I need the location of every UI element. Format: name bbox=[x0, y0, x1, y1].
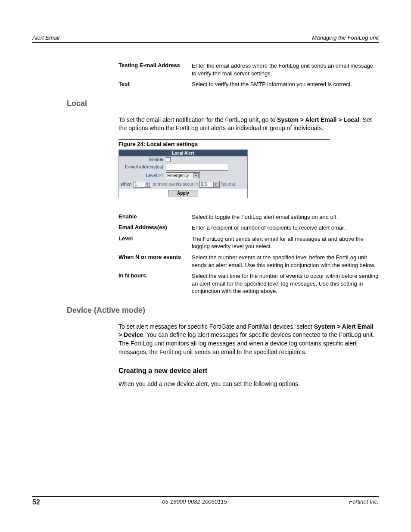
def-term: When N or more events bbox=[118, 254, 192, 269]
ss-title: Local Alert bbox=[119, 150, 247, 156]
level-select[interactable]: Emergency ▼ bbox=[166, 172, 200, 179]
when-value: 1 bbox=[135, 182, 143, 187]
hours-select[interactable]: 0.5 ▼ bbox=[199, 181, 220, 188]
def-term: Level bbox=[118, 235, 192, 250]
def-row: Enable Select to toggle the FortiLog ale… bbox=[118, 213, 379, 221]
ss-email-label: E-mail address(es) bbox=[121, 165, 166, 169]
ss-events-text: or more events occur in bbox=[153, 182, 198, 187]
subsection-heading-create: Creating a new device alert bbox=[118, 367, 379, 375]
email-input[interactable] bbox=[166, 164, 228, 171]
def-desc: Select to verify that the SMTP informati… bbox=[192, 81, 379, 88]
def-desc: Select the wait time for the number of e… bbox=[192, 272, 379, 295]
def-desc: The FortiLog unit sends alert email for … bbox=[192, 235, 379, 250]
ss-hours-label: hour(s) bbox=[221, 182, 235, 187]
def-row: In N hours Select the wait time for the … bbox=[118, 272, 379, 295]
footer-docid: 05-16000-0082-20050115 bbox=[162, 498, 227, 506]
ss-when-row: when 1 ▼ or more events occur in 0.5 ▼ h… bbox=[119, 180, 247, 189]
paragraph-create: When you add a new device alert, you can… bbox=[118, 380, 379, 389]
figure-caption: Figure 24: Local alert settings bbox=[118, 139, 330, 147]
ss-level-label: Level >= bbox=[121, 173, 166, 178]
ss-apply-row: Apply bbox=[119, 189, 247, 198]
header-right: Managing the FortiLog unit bbox=[312, 34, 379, 41]
when-select[interactable]: 1 ▼ bbox=[134, 181, 151, 188]
def-desc: Enter the email address where the FortiL… bbox=[192, 62, 379, 77]
def-desc: Select the number events at the specifie… bbox=[192, 254, 379, 269]
content-area: Testing E-mail Address Enter the email a… bbox=[67, 62, 379, 389]
apply-button[interactable]: Apply bbox=[168, 190, 198, 196]
header-left: Alert Email bbox=[32, 34, 59, 41]
def-row: Test Select to verify that the SMTP info… bbox=[118, 81, 379, 88]
section-heading-local: Local bbox=[67, 99, 379, 108]
def-row: Email Address(es) Enter a recipient or n… bbox=[118, 224, 379, 232]
footer-company: Fortinet Inc. bbox=[349, 498, 379, 506]
ss-level-row: Level >= Emergency ▼ bbox=[119, 171, 247, 180]
page-header: Alert Email Managing the FortiLog unit bbox=[32, 34, 379, 43]
def-term: In N hours bbox=[118, 272, 192, 295]
para-text: To set the email alert notification for … bbox=[118, 116, 277, 123]
page-number: 52 bbox=[32, 498, 40, 506]
ss-when-label: when bbox=[121, 182, 132, 187]
def-term: Test bbox=[118, 81, 192, 88]
def-row: Level The FortiLog unit sends alert emai… bbox=[118, 235, 379, 250]
ss-email-row: E-mail address(es) bbox=[119, 163, 247, 171]
def-term: Enable bbox=[118, 213, 192, 221]
local-alert-screenshot: Local Alert Enable E-mail address(es) Le… bbox=[118, 149, 248, 198]
chevron-down-icon: ▼ bbox=[193, 173, 199, 178]
para-text: . You can define log alert messages for … bbox=[118, 331, 374, 355]
def-desc: Enter a recipient or number of recipient… bbox=[192, 224, 379, 232]
paragraph-local: To set the email alert notification for … bbox=[118, 116, 379, 133]
ss-enable-label: Enable bbox=[121, 157, 166, 162]
def-row: When N or more events Select the number … bbox=[118, 254, 379, 269]
chevron-down-icon: ▼ bbox=[145, 182, 150, 187]
para-bold: System > Alert Email > Local bbox=[277, 116, 359, 123]
enable-checkbox[interactable] bbox=[166, 157, 171, 162]
section-heading-device: Device (Active mode) bbox=[67, 306, 379, 315]
def-desc: Select to toggle the FortiLog alert emai… bbox=[192, 213, 379, 221]
definitions-top: Testing E-mail Address Enter the email a… bbox=[118, 62, 379, 88]
ss-enable-row: Enable bbox=[119, 156, 247, 163]
paragraph-device: To set alert messages for specific Forti… bbox=[118, 323, 379, 356]
definitions-bottom: Enable Select to toggle the FortiLog ale… bbox=[118, 213, 379, 295]
level-value: Emergency bbox=[167, 173, 192, 178]
chevron-down-icon: ▼ bbox=[213, 182, 218, 187]
def-term: Testing E-mail Address bbox=[118, 62, 192, 77]
def-row: Testing E-mail Address Enter the email a… bbox=[118, 62, 379, 77]
def-term: Email Address(es) bbox=[118, 224, 192, 232]
page-footer: 52 05-16000-0082-20050115 Fortinet Inc. bbox=[32, 496, 379, 506]
hours-value: 0.5 bbox=[201, 182, 212, 187]
para-text: To set alert messages for specific Forti… bbox=[118, 323, 314, 330]
